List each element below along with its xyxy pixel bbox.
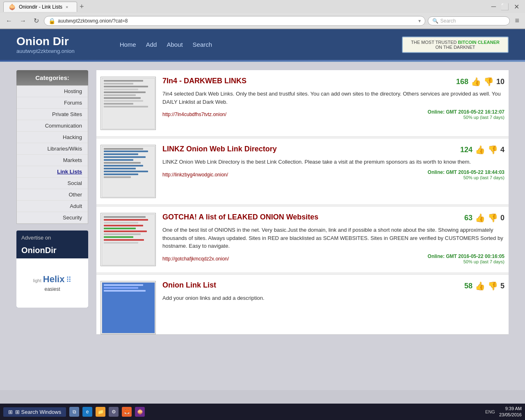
address-bar[interactable]: 🔒 auutwvpt2zktxwng.onion/?cat=8 ▾	[44, 16, 425, 26]
content-area: 7In4 - DARKWEB LINKS 168 👍 👎 10 7in4 sel…	[96, 70, 509, 382]
helix-ad: light Helix ⠿ easiest	[16, 258, 88, 308]
site-nav: Home Add About Search	[120, 41, 212, 48]
helix-brand-label: Helix	[43, 274, 65, 285]
listing-4-thumb-img	[102, 282, 155, 333]
listing-2-url[interactable]: http://linkzbyg4nwodgic.onion/	[162, 172, 228, 178]
sidebar-item-hacking[interactable]: Hacking	[17, 132, 88, 143]
listing-2-online: Online: GMT 2016-05-22 18:44:03 50% up (…	[428, 169, 504, 180]
listing-3: GOTCHA! A list of LEAKED ONION Websites …	[96, 206, 509, 273]
listing-4-votes-down: 5	[500, 282, 504, 290]
search-icon: 🔍	[432, 18, 438, 24]
taskbar-settings-icon[interactable]: ⚙	[109, 407, 119, 417]
sidebar-ad[interactable]: Advertise on OnionDir light Helix ⠿ easi…	[16, 231, 88, 308]
sidebar-item-private-sites[interactable]: Private Sites	[17, 109, 88, 120]
listing-4-votes: 58 👍 👎 5	[464, 281, 504, 291]
listing-4-thumbsup-icon[interactable]: 👍	[475, 281, 485, 291]
header-ad-text-before: THE MOST TRUSTED	[411, 40, 458, 45]
listing-1-votes-down: 10	[496, 78, 504, 86]
taskbar-onion-icon[interactable]: 🧅	[135, 407, 145, 417]
listing-2-thumbsup-icon[interactable]: 👍	[475, 145, 485, 155]
listing-3-thumbsup-icon[interactable]: 👍	[475, 213, 485, 223]
tab-close-button[interactable]: ×	[66, 5, 68, 9]
listing-1-title[interactable]: 7In4 - DARKWEB LINKS	[162, 77, 247, 85]
back-button[interactable]: ←	[3, 16, 15, 25]
nav-about[interactable]: About	[167, 41, 183, 48]
nav-add[interactable]: Add	[146, 41, 157, 48]
listing-1-url[interactable]: http://7ln4cubdfhs7tvtz.onion/	[162, 112, 226, 117]
sidebar-item-adult[interactable]: Adult	[17, 201, 88, 212]
sidebar-menu: Hosting Forums Private Sites Communicati…	[16, 85, 88, 224]
close-button[interactable]: ✕	[511, 2, 522, 11]
listing-2-online-status: Online: GMT 2016-05-22 18:44:03	[428, 169, 504, 175]
tab-title: Oniondir - Link Lists	[19, 4, 62, 10]
nav-home[interactable]: Home	[120, 41, 136, 48]
sidebar-item-security[interactable]: Security	[17, 212, 88, 224]
browser-menu-button[interactable]: ≡	[512, 16, 522, 26]
taskbar: ⊞ ⊞ Search Windows ⧉ e 📁 ⚙ 🦊 🧅 ENG 9:39 …	[0, 404, 525, 420]
sidebar-item-forums[interactable]: Forums	[17, 97, 88, 109]
sidebar: Categories: Hosting Forums Private Sites…	[16, 70, 88, 382]
sidebar-item-markets[interactable]: Markets	[17, 155, 88, 166]
helix-easiest-label: easiest	[44, 286, 60, 292]
new-tab-button[interactable]: +	[77, 2, 87, 11]
listing-3-description: One of the best list of ONIONS in the ne…	[162, 226, 504, 250]
sidebar-item-social[interactable]: Social	[17, 178, 88, 189]
main-layout: Categories: Hosting Forums Private Sites…	[0, 62, 525, 390]
date-value: 23/05/2016	[499, 412, 522, 417]
listing-1-footer: http://7ln4cubdfhs7tvtz.onion/ Online: G…	[162, 109, 504, 120]
browser-controls: ← → ↻ 🔒 auutwvpt2zktxwng.onion/?cat=8 ▾ …	[0, 13, 525, 29]
listing-1-votes: 168 👍 👎 10	[456, 77, 504, 87]
header-ad-bitcoin: BITCOIN CLEANER	[458, 40, 500, 45]
browser-tab[interactable]: 🧅 Oniondir - Link Lists ×	[3, 2, 77, 12]
listing-4-description: Add your onion links and add a descripti…	[162, 294, 504, 302]
sidebar-item-link-lists[interactable]: Link Lists	[17, 166, 88, 178]
taskbar-edge-icon[interactable]: e	[82, 407, 92, 417]
site-domain: auutwvpt2zktxwng.onion	[16, 48, 75, 54]
nav-search[interactable]: Search	[193, 41, 212, 48]
listing-4-header: Onion Link List 58 👍 👎 5	[162, 281, 504, 291]
listing-4-title[interactable]: Onion Link List	[162, 281, 216, 290]
maximize-button[interactable]: ⬜	[498, 2, 511, 11]
time-value: 9:39 AM	[505, 406, 522, 411]
sidebar-item-libraries[interactable]: Libraries/Wikis	[17, 143, 88, 155]
browser-search-bar[interactable]: 🔍 Search	[428, 16, 510, 25]
sidebar-item-hosting[interactable]: Hosting	[17, 86, 88, 97]
browser-chrome: 🧅 Oniondir - Link Lists × + ─ ⬜ ✕ ← → ↻ …	[0, 0, 525, 29]
listing-3-url[interactable]: http://gotchafjkmcqdz2x.onion/	[162, 256, 229, 262]
site-brand: Onion Dir auutwvpt2zktxwng.onion	[16, 35, 75, 54]
thumb-lines-1	[102, 78, 155, 110]
windows-icon: ⊞	[8, 409, 13, 415]
listing-4-thumbsdown-icon[interactable]: 👎	[488, 281, 498, 291]
site-header: Onion Dir auutwvpt2zktxwng.onion Home Ad…	[0, 29, 525, 60]
reload-button[interactable]: ↻	[31, 16, 41, 25]
listing-1-thumb-img	[102, 78, 155, 129]
listing-2-title[interactable]: LINKZ Onion Web Link Directory	[162, 145, 277, 153]
listing-3-title[interactable]: GOTCHA! A list of LEAKED ONION Websites	[162, 213, 318, 221]
listing-1-thumbsup-icon[interactable]: 👍	[471, 77, 481, 87]
tray-time: 9:39 AM 23/05/2016	[499, 406, 522, 418]
taskbar-time: 9:39 AM 23/05/2016	[499, 406, 522, 418]
listing-2-thumbnail	[100, 145, 156, 198]
site-favicon: 🧅	[9, 4, 16, 10]
listing-3-votes-up: 63	[464, 214, 472, 222]
start-button[interactable]: ⊞ ⊞ Search Windows	[3, 407, 66, 417]
taskbar-task-view[interactable]: ⧉	[69, 407, 79, 417]
thumb-lines-3	[102, 215, 155, 247]
listing-2-thumbsdown-icon[interactable]: 👎	[488, 145, 498, 155]
listing-1: 7In4 - DARKWEB LINKS 168 👍 👎 10 7in4 sel…	[96, 70, 509, 137]
taskbar-explorer-icon[interactable]: 📁	[96, 407, 105, 417]
header-ad[interactable]: THE MOST TRUSTED BITCOIN CLEANER ON THE …	[402, 37, 509, 53]
listing-3-header: GOTCHA! A list of LEAKED ONION Websites …	[162, 213, 504, 223]
forward-button[interactable]: →	[17, 16, 29, 25]
listing-3-thumbsdown-icon[interactable]: 👎	[488, 213, 498, 223]
listing-2-votes-up: 124	[460, 146, 472, 154]
listing-1-thumbsdown-icon[interactable]: 👎	[484, 77, 494, 87]
address-dropdown-icon[interactable]: ▾	[418, 18, 421, 24]
listing-3-uptime: 50% up (last 7 days)	[428, 259, 504, 264]
sidebar-item-other[interactable]: Other	[17, 189, 88, 201]
sidebar-item-communication[interactable]: Communication	[17, 120, 88, 132]
listing-2-uptime: 50% up (last 7 days)	[428, 175, 504, 180]
minimize-button[interactable]: ─	[489, 2, 498, 11]
taskbar-firefox-icon[interactable]: 🦊	[122, 407, 132, 417]
sidebar-categories-label: Categories:	[16, 70, 88, 85]
